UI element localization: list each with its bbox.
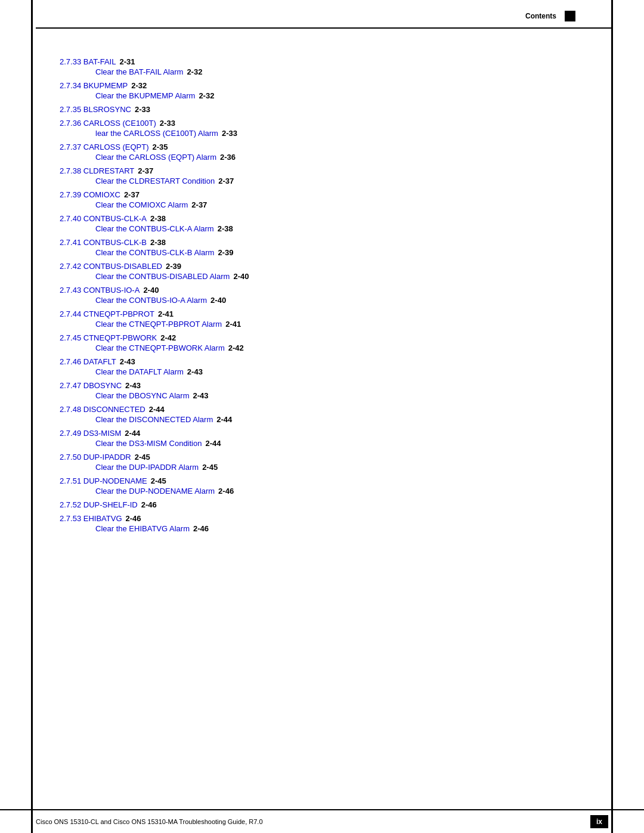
toc-sub-2738-1: Clear the CLDRESTART Condition 2-37 bbox=[95, 176, 596, 185]
header-box-icon bbox=[565, 11, 575, 21]
toc-section-link-2738[interactable]: 2.7.38 CLDRESTART bbox=[60, 166, 134, 175]
toc-section-2744: 2.7.44 CTNEQPT-PBPROT 2-41 Clear the CTN… bbox=[60, 309, 596, 329]
toc-section-link-2751[interactable]: 2.7.51 DUP-NODENAME bbox=[60, 476, 147, 485]
toc-section-link-2744[interactable]: 2.7.44 CTNEQPT-PBPROT bbox=[60, 309, 154, 318]
toc-section-page-2740: 2-38 bbox=[150, 214, 166, 223]
toc-section-link-2733[interactable]: 2.7.33 BAT-FAIL bbox=[60, 57, 116, 66]
toc-sub-link-2738-1[interactable]: Clear the CLDRESTART Condition bbox=[95, 176, 215, 185]
toc-section-link-2742[interactable]: 2.7.42 CONTBUS-DISABLED bbox=[60, 262, 162, 271]
toc-section-page-2746: 2-43 bbox=[120, 357, 135, 366]
toc-sub-2734-1: Clear the BKUPMEMP Alarm 2-32 bbox=[95, 91, 596, 100]
toc-sub-link-2739-1[interactable]: Clear the COMIOXC Alarm bbox=[95, 200, 188, 209]
toc-sub-2744-1: Clear the CTNEQPT-PBPROT Alarm 2-41 bbox=[95, 320, 596, 329]
toc-section-link-2750[interactable]: 2.7.50 DUP-IPADDR bbox=[60, 453, 131, 462]
toc-section-page-2743: 2-40 bbox=[143, 286, 159, 295]
toc-sub-page-2740-1: 2-38 bbox=[218, 224, 233, 233]
page-header: Contents bbox=[36, 0, 611, 29]
toc-section-page-2747: 2-43 bbox=[125, 381, 141, 390]
toc-sub-page-2737-1: 2-36 bbox=[220, 153, 236, 162]
toc-sub-link-2743-1[interactable]: Clear the CONTBUS-IO-A Alarm bbox=[95, 296, 207, 305]
toc-sub-page-2749-1: 2-44 bbox=[205, 439, 221, 448]
toc-sub-link-2740-1[interactable]: Clear the CONTBUS-CLK-A Alarm bbox=[95, 224, 214, 233]
toc-section-2748: 2.7.48 DISCONNECTED 2-44 Clear the DISCO… bbox=[60, 405, 596, 424]
toc-section-link-2737[interactable]: 2.7.37 CARLOSS (EQPT) bbox=[60, 143, 149, 151]
toc-sub-page-2736-1: 2-33 bbox=[222, 129, 237, 138]
toc-section-2737: 2.7.37 CARLOSS (EQPT) 2-35 Clear the CAR… bbox=[60, 143, 596, 162]
page-container: Contents 2.7.33 BAT-FAIL 2-31 Clear the … bbox=[0, 0, 644, 833]
toc-section-2749: 2.7.49 DS3-MISM 2-44 Clear the DS3-MISM … bbox=[60, 429, 596, 448]
toc-section-2753: 2.7.53 EHIBATVG 2-46 Clear the EHIBATVG … bbox=[60, 514, 596, 533]
toc-sub-2741-1: Clear the CONTBUS-CLK-B Alarm 2-39 bbox=[95, 248, 596, 257]
toc-sub-link-2737-1[interactable]: Clear the CARLOSS (EQPT) Alarm bbox=[95, 153, 216, 162]
toc-sub-2742-1: Clear the CONTBUS-DISABLED Alarm 2-40 bbox=[95, 272, 596, 281]
toc-sub-link-2736-1[interactable]: lear the CARLOSS (CE100T) Alarm bbox=[95, 129, 218, 138]
toc-section-link-2753[interactable]: 2.7.53 EHIBATVG bbox=[60, 514, 122, 523]
toc-sub-link-2747-1[interactable]: Clear the DBOSYNC Alarm bbox=[95, 391, 190, 400]
toc-section-link-2747[interactable]: 2.7.47 DBOSYNC bbox=[60, 381, 122, 390]
toc-section-2740: 2.7.40 CONTBUS-CLK-A 2-38 Clear the CONT… bbox=[60, 214, 596, 233]
toc-section-page-2739: 2-37 bbox=[124, 190, 140, 199]
toc-section-link-2735[interactable]: 2.7.35 BLSROSYNC bbox=[60, 105, 131, 114]
toc-section-2745: 2.7.45 CTNEQPT-PBWORK 2-42 Clear the CTN… bbox=[60, 333, 596, 352]
toc-section-2742: 2.7.42 CONTBUS-DISABLED 2-39 Clear the C… bbox=[60, 262, 596, 281]
toc-sub-2751-1: Clear the DUP-NODENAME Alarm 2-46 bbox=[95, 487, 596, 496]
footer-page-number: ix bbox=[590, 815, 608, 828]
toc-sub-2737-1: Clear the CARLOSS (EQPT) Alarm 2-36 bbox=[95, 153, 596, 162]
toc-sub-link-2734-1[interactable]: Clear the BKUPMEMP Alarm bbox=[95, 91, 195, 100]
toc-section-page-2752: 2-46 bbox=[141, 500, 157, 509]
toc-sub-2736-1: lear the CARLOSS (CE100T) Alarm 2-33 bbox=[95, 129, 596, 138]
toc-sub-2733-1: Clear the BAT-FAIL Alarm 2-32 bbox=[95, 67, 596, 76]
toc-sub-link-2745-1[interactable]: Clear the CTNEQPT-PBWORK Alarm bbox=[95, 343, 225, 352]
toc-section-2747: 2.7.47 DBOSYNC 2-43 Clear the DBOSYNC Al… bbox=[60, 381, 596, 400]
toc-section-page-2741: 2-38 bbox=[150, 238, 166, 247]
toc-section-link-2743[interactable]: 2.7.43 CONTBUS-IO-A bbox=[60, 286, 140, 295]
toc-section-2743: 2.7.43 CONTBUS-IO-A 2-40 Clear the CONTB… bbox=[60, 286, 596, 305]
toc-sub-page-2746-1: 2-43 bbox=[187, 367, 203, 376]
footer-text: Cisco ONS 15310-CL and Cisco ONS 15310-M… bbox=[36, 818, 263, 825]
toc-section-page-2737: 2-35 bbox=[153, 143, 168, 151]
toc-section-page-2744: 2-41 bbox=[158, 309, 174, 318]
toc-sub-page-2743-1: 2-40 bbox=[210, 296, 226, 305]
toc-section-page-2748: 2-44 bbox=[149, 405, 165, 414]
toc-section-link-2748[interactable]: 2.7.48 DISCONNECTED bbox=[60, 405, 145, 414]
toc-section-2736: 2.7.36 CARLOSS (CE100T) 2-33 lear the CA… bbox=[60, 119, 596, 138]
toc-section-2734: 2.7.34 BKUPMEMP 2-32 Clear the BKUPMEMP … bbox=[60, 81, 596, 100]
right-margin-bar bbox=[611, 0, 613, 833]
toc-sub-link-2753-1[interactable]: Clear the EHIBATVG Alarm bbox=[95, 524, 190, 533]
toc-sub-link-2741-1[interactable]: Clear the CONTBUS-CLK-B Alarm bbox=[95, 248, 214, 257]
toc-sub-link-2748-1[interactable]: Clear the DISCONNECTED Alarm bbox=[95, 415, 213, 424]
toc-sub-page-2738-1: 2-37 bbox=[218, 176, 234, 185]
toc-section-link-2746[interactable]: 2.7.46 DATAFLT bbox=[60, 357, 116, 366]
toc-section-2739: 2.7.39 COMIOXC 2-37 Clear the COMIOXC Al… bbox=[60, 190, 596, 209]
toc-sub-link-2746-1[interactable]: Clear the DATAFLT Alarm bbox=[95, 367, 184, 376]
toc-section-link-2740[interactable]: 2.7.40 CONTBUS-CLK-A bbox=[60, 214, 147, 223]
toc-section-page-2749: 2-44 bbox=[125, 429, 140, 438]
toc-section-2733: 2.7.33 BAT-FAIL 2-31 Clear the BAT-FAIL … bbox=[60, 57, 596, 76]
toc-sub-page-2741-1: 2-39 bbox=[218, 248, 233, 257]
toc-section-page-2733: 2-31 bbox=[119, 57, 135, 66]
toc-sub-page-2733-1: 2-32 bbox=[187, 67, 202, 76]
toc-sub-2739-1: Clear the COMIOXC Alarm 2-37 bbox=[95, 200, 596, 209]
toc-section-link-2752[interactable]: 2.7.52 DUP-SHELF-ID bbox=[60, 500, 138, 509]
toc-section-link-2745[interactable]: 2.7.45 CTNEQPT-PBWORK bbox=[60, 333, 157, 342]
toc-sub-link-2749-1[interactable]: Clear the DS3-MISM Condition bbox=[95, 439, 202, 448]
toc-section-2746: 2.7.46 DATAFLT 2-43 Clear the DATAFLT Al… bbox=[60, 357, 596, 376]
toc-section-link-2734[interactable]: 2.7.34 BKUPMEMP bbox=[60, 81, 128, 90]
toc-section-2738: 2.7.38 CLDRESTART 2-37 Clear the CLDREST… bbox=[60, 166, 596, 185]
header-label: Contents bbox=[525, 12, 556, 20]
toc-sub-link-2744-1[interactable]: Clear the CTNEQPT-PBPROT Alarm bbox=[95, 320, 222, 329]
toc-sub-link-2742-1[interactable]: Clear the CONTBUS-DISABLED Alarm bbox=[95, 272, 230, 281]
toc-section-page-2734: 2-32 bbox=[131, 81, 147, 90]
toc-section-link-2741[interactable]: 2.7.41 CONTBUS-CLK-B bbox=[60, 238, 147, 247]
toc-section-2741: 2.7.41 CONTBUS-CLK-B 2-38 Clear the CONT… bbox=[60, 238, 596, 257]
toc-sub-page-2742-1: 2-40 bbox=[233, 272, 249, 281]
toc-sub-link-2751-1[interactable]: Clear the DUP-NODENAME Alarm bbox=[95, 487, 215, 496]
toc-sub-link-2733-1[interactable]: Clear the BAT-FAIL Alarm bbox=[95, 67, 183, 76]
toc-section-page-2750: 2-45 bbox=[135, 453, 150, 462]
toc-section-link-2749[interactable]: 2.7.49 DS3-MISM bbox=[60, 429, 121, 438]
toc-section-link-2739[interactable]: 2.7.39 COMIOXC bbox=[60, 190, 120, 199]
toc-sub-link-2750-1[interactable]: Clear the DUP-IPADDR Alarm bbox=[95, 463, 199, 472]
toc-section-link-2736[interactable]: 2.7.36 CARLOSS (CE100T) bbox=[60, 119, 156, 128]
toc-sub-page-2734-1: 2-32 bbox=[199, 91, 214, 100]
toc-section-page-2751: 2-45 bbox=[151, 476, 166, 485]
